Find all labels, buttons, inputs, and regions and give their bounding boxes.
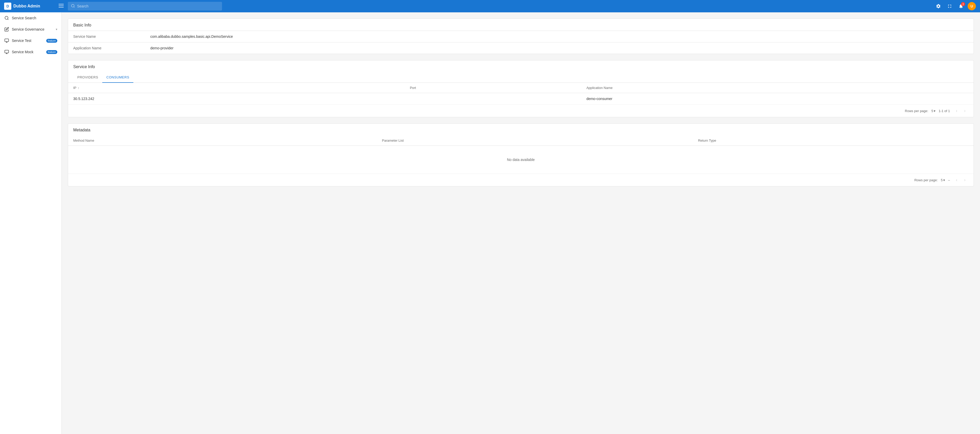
col-return-type: Return Type xyxy=(693,136,974,146)
svg-rect-2 xyxy=(59,7,64,8)
pagination-range: 1-1 of 1 xyxy=(939,109,950,113)
svg-point-3 xyxy=(72,4,74,7)
tab-providers[interactable]: PROVIDERS xyxy=(73,72,102,83)
edit-icon xyxy=(4,27,9,32)
search-icon xyxy=(71,4,75,9)
table-row: Application Name demo-provider xyxy=(68,42,974,54)
topbar-right: 3 U xyxy=(934,2,976,11)
service-info-tabs: PROVIDERS CONSUMERS xyxy=(68,72,974,83)
avatar[interactable]: U xyxy=(968,2,976,10)
no-data-cell: No data available xyxy=(68,146,974,174)
rows-per-page-select[interactable]: 5 ▾ xyxy=(931,109,935,113)
feature-badge: feature xyxy=(46,39,57,43)
svg-rect-1 xyxy=(59,5,64,6)
svg-line-6 xyxy=(8,19,8,19)
consumers-pagination: Rows per page: 5 ▾ 1-1 of 1 ‹ › xyxy=(68,104,974,117)
basic-info-table: Service Name com.alibaba.dubbo.samples.b… xyxy=(68,30,974,54)
search-input[interactable] xyxy=(77,4,219,8)
monitor-icon xyxy=(4,49,9,54)
no-data-text: No data available xyxy=(73,149,969,170)
monitor-icon xyxy=(4,38,9,43)
sidebar-item-label: Service Governance xyxy=(12,27,53,31)
col-parameter-list: Parameter List xyxy=(377,136,693,146)
prev-page-button[interactable]: ‹ xyxy=(953,107,960,115)
sidebar-item-service-mock[interactable]: Service Mock feature xyxy=(0,46,61,57)
chevron-down-icon: ▾ xyxy=(943,178,945,182)
table-row: Service Name com.alibaba.dubbo.samples.b… xyxy=(68,31,974,42)
feature-badge: feature xyxy=(46,50,57,54)
col-method-name: Method Name xyxy=(68,136,377,146)
info-label: Service Name xyxy=(68,31,145,42)
layout: Service Search Service Governance ▾ Serv… xyxy=(0,12,980,434)
col-ip[interactable]: IP ↑ xyxy=(68,83,405,93)
main-content: Basic Info Service Name com.alibaba.dubb… xyxy=(62,12,980,434)
metadata-table: Method Name Parameter List Return Type N… xyxy=(68,136,974,174)
app-title: Dubbo Admin xyxy=(13,4,40,8)
cell-app-name: demo-consumer xyxy=(581,93,974,105)
notifications-button[interactable]: 3 xyxy=(956,2,966,11)
chevron-down-icon: ▾ xyxy=(56,27,57,31)
chevron-down-icon: ▾ xyxy=(934,109,935,113)
svg-line-4 xyxy=(74,7,75,8)
sort-icon: ↑ xyxy=(78,86,80,89)
cell-port xyxy=(405,93,581,105)
sidebar-item-service-test[interactable]: Service Test feature xyxy=(0,35,61,46)
service-info-title: Service Info xyxy=(68,61,974,72)
consumers-table: IP ↑ Port Application Name 30.5.123.242 … xyxy=(68,83,974,104)
info-value: demo-provider xyxy=(145,42,974,54)
pagination-nav: ‹ › xyxy=(953,107,969,115)
table-header-row: IP ↑ Port Application Name xyxy=(68,83,974,93)
pagination-nav: ‹ › xyxy=(953,176,969,183)
next-page-button[interactable]: › xyxy=(961,176,969,183)
basic-info-title: Basic Info xyxy=(68,19,974,30)
basic-info-card: Basic Info Service Name com.alibaba.dubb… xyxy=(68,19,974,54)
pagination-range: – xyxy=(948,178,950,182)
svg-rect-0 xyxy=(59,4,64,4)
info-label: Application Name xyxy=(68,42,145,54)
prev-page-button[interactable]: ‹ xyxy=(953,176,960,183)
rows-per-page-select[interactable]: 5 ▾ xyxy=(941,178,945,182)
table-row: 30.5.123.242 demo-consumer xyxy=(68,93,974,105)
info-value: com.alibaba.dubbo.samples.basic.api.Demo… xyxy=(145,31,974,42)
sidebar-item-service-search[interactable]: Service Search xyxy=(0,12,61,24)
metadata-card: Metadata Method Name Parameter List Retu… xyxy=(68,123,974,187)
svg-point-5 xyxy=(5,16,8,19)
notification-badge: 3 xyxy=(961,2,965,6)
search-bar[interactable] xyxy=(68,2,222,11)
logo-icon: D xyxy=(4,3,11,10)
sidebar-item-label: Service Test xyxy=(12,38,44,43)
search-icon xyxy=(4,16,9,21)
no-data-row: No data available xyxy=(68,146,974,174)
service-info-card: Service Info PROVIDERS CONSUMERS IP ↑ Po… xyxy=(68,60,974,117)
sidebar-item-service-governance[interactable]: Service Governance ▾ xyxy=(0,24,61,35)
settings-button[interactable] xyxy=(934,2,943,11)
menu-icon[interactable] xyxy=(59,3,64,10)
table-header-row: Method Name Parameter List Return Type xyxy=(68,136,974,146)
col-app-name: Application Name xyxy=(581,83,974,93)
col-port: Port xyxy=(405,83,581,93)
metadata-pagination: Rows per page: 5 ▾ – ‹ › xyxy=(68,174,974,186)
topbar: D Dubbo Admin 3 U xyxy=(0,0,980,12)
sidebar-item-label: Service Search xyxy=(12,16,57,20)
svg-rect-10 xyxy=(5,50,9,53)
rows-per-page-label: Rows per page: xyxy=(905,109,928,113)
sidebar-item-label: Service Mock xyxy=(12,50,44,54)
app-logo[interactable]: D Dubbo Admin xyxy=(4,3,56,10)
tab-consumers[interactable]: CONSUMERS xyxy=(102,72,134,83)
rows-per-page-label: Rows per page: xyxy=(914,178,938,182)
fullscreen-button[interactable] xyxy=(945,2,954,11)
sidebar: Service Search Service Governance ▾ Serv… xyxy=(0,12,62,434)
cell-ip: 30.5.123.242 xyxy=(68,93,405,105)
svg-rect-7 xyxy=(5,39,9,41)
next-page-button[interactable]: › xyxy=(961,107,969,115)
metadata-title: Metadata xyxy=(68,124,974,136)
